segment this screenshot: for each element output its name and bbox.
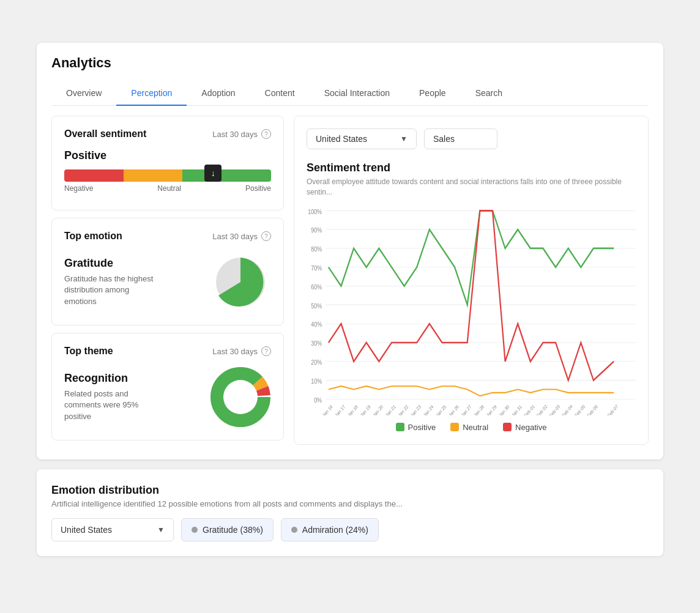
top-theme-info-icon[interactable]: ? — [261, 346, 271, 356]
tab-perception[interactable]: Perception — [116, 81, 187, 105]
bar-indicator: ↓ — [204, 165, 222, 182]
svg-text:Jan 16: Jan 16 — [321, 403, 333, 415]
svg-text:Feb 06: Feb 06 — [586, 403, 599, 415]
sales-filter-value: Sales — [433, 134, 455, 144]
svg-text:Jan 25: Jan 25 — [435, 403, 447, 415]
emotion-country-filter[interactable]: United States ▼ — [51, 518, 174, 541]
top-emotion-panel: Top emotion Last 30 days ? Gratitude Gra… — [51, 218, 284, 325]
top-emotion-period: Last 30 days — [212, 232, 258, 241]
chart-subtitle: Overall employee attitude towards conten… — [307, 177, 636, 198]
svg-text:Jan 29: Jan 29 — [485, 403, 497, 415]
svg-text:Jan 19: Jan 19 — [359, 403, 371, 415]
legend-neutral: Neutral — [450, 423, 488, 432]
tab-overview[interactable]: Overview — [51, 81, 116, 105]
chart-header: Sentiment trend Overall employee attitud… — [307, 162, 636, 198]
svg-text:70%: 70% — [311, 264, 322, 272]
bar-positive — [182, 169, 271, 182]
chevron-down-icon-2: ▼ — [157, 526, 165, 534]
tab-social-interaction[interactable]: Social Interaction — [310, 81, 404, 105]
top-emotion-content: Gratitude Gratitude has the highest dist… — [64, 251, 271, 313]
bar-neutral — [124, 169, 183, 182]
positive-dot — [396, 423, 404, 431]
neutral-dot — [450, 423, 459, 431]
top-theme-chart — [210, 366, 271, 428]
svg-text:60%: 60% — [311, 283, 322, 291]
svg-text:Feb 01: Feb 01 — [523, 403, 536, 415]
svg-text:Jan 27: Jan 27 — [460, 403, 472, 415]
svg-text:80%: 80% — [311, 245, 322, 253]
sales-filter[interactable]: Sales — [424, 128, 497, 149]
chart-area: 100% 90% 80% 70% 60% 50% 40% 30% 20% 10%… — [307, 207, 636, 415]
label-positive: Positive — [245, 184, 271, 193]
svg-text:40%: 40% — [311, 321, 322, 328]
top-emotion-description: Gratitude has the highest distribution a… — [64, 273, 162, 307]
sentiment-bar-container: ↓ Negative Neutral Positive — [64, 169, 271, 193]
svg-text:Jan 20: Jan 20 — [372, 403, 384, 415]
top-emotion-info-icon[interactable]: ? — [261, 231, 271, 241]
top-emotion-chart — [210, 251, 271, 313]
svg-text:Jan 17: Jan 17 — [334, 403, 346, 415]
svg-text:Jan 23: Jan 23 — [410, 403, 422, 415]
page-title: Analytics — [51, 55, 649, 71]
emotion-distribution-subtitle: Artificial intelligence identified 12 po… — [51, 499, 649, 508]
emotion-distribution-content: United States ▼ Gratitude (38%) Admirati… — [51, 518, 649, 541]
chart-legend: Positive Neutral Negative — [307, 423, 636, 432]
legend-negative: Negative — [503, 423, 546, 432]
svg-text:Feb 04: Feb 04 — [561, 403, 574, 415]
legend-negative-label: Negative — [515, 423, 546, 432]
tab-adoption[interactable]: Adoption — [187, 81, 250, 105]
svg-text:0%: 0% — [314, 396, 322, 404]
top-theme-title: Top theme — [64, 346, 113, 357]
filter-row: United States ▼ Sales — [307, 128, 636, 149]
left-panels: Overall sentiment Last 30 days ? Positiv… — [51, 116, 284, 445]
top-emotion-name: Gratitude — [64, 257, 162, 270]
bar-negative — [64, 169, 124, 182]
top-theme-info: Recognition Related posts and comments w… — [64, 372, 162, 422]
label-neutral: Neutral — [157, 184, 181, 193]
legend-positive-label: Positive — [408, 423, 436, 432]
legend-neutral-label: Neutral — [463, 423, 488, 432]
admiration-dot — [291, 527, 297, 533]
overall-sentiment-title: Overall sentiment — [64, 128, 146, 139]
emotion-distribution-header: Emotion distribution Artificial intellig… — [51, 484, 649, 508]
tab-people[interactable]: People — [404, 81, 461, 105]
svg-text:Feb 07: Feb 07 — [606, 403, 619, 415]
gratitude-badge: Gratitude (38%) — [181, 518, 274, 541]
top-theme-panel: Top theme Last 30 days ? Recognition Rel… — [51, 333, 284, 440]
svg-text:Jan 24: Jan 24 — [422, 403, 434, 415]
svg-text:Jan 21: Jan 21 — [384, 403, 397, 415]
overall-sentiment-period: Last 30 days — [212, 130, 258, 139]
chevron-down-icon: ▼ — [400, 135, 408, 143]
top-theme-content: Recognition Related posts and comments w… — [64, 366, 271, 428]
tab-content[interactable]: Content — [250, 81, 310, 105]
svg-text:Feb 02: Feb 02 — [536, 403, 549, 415]
sentiment-value: Positive — [64, 149, 271, 162]
country-filter-value: United States — [316, 134, 367, 144]
svg-text:100%: 100% — [308, 207, 322, 215]
tab-search[interactable]: Search — [461, 81, 517, 105]
label-negative: Negative — [64, 184, 93, 193]
sentiment-bar — [64, 169, 271, 182]
svg-text:30%: 30% — [311, 340, 322, 347]
top-theme-period: Last 30 days — [212, 347, 258, 356]
svg-text:50%: 50% — [311, 302, 322, 310]
svg-text:90%: 90% — [311, 226, 322, 234]
svg-text:Jan 30: Jan 30 — [498, 403, 510, 415]
emotion-distribution-section: Emotion distribution Artificial intellig… — [37, 469, 663, 556]
svg-text:Jan 31: Jan 31 — [511, 403, 523, 415]
svg-text:Feb 05: Feb 05 — [573, 403, 586, 415]
svg-text:Jan 22: Jan 22 — [397, 403, 409, 415]
admiration-label: Admiration (24%) — [302, 525, 368, 535]
svg-text:10%: 10% — [311, 377, 322, 385]
gratitude-label: Gratitude (38%) — [203, 525, 263, 535]
svg-text:Jan 28: Jan 28 — [473, 403, 485, 415]
admiration-badge: Admiration (24%) — [281, 518, 379, 541]
svg-text:Jan 18: Jan 18 — [346, 403, 359, 415]
sentiment-trend-panel: United States ▼ Sales Sentiment trend Ov… — [294, 116, 649, 445]
overall-sentiment-meta: Last 30 days ? — [212, 129, 271, 139]
gratitude-dot — [192, 527, 198, 533]
top-emotion-info: Gratitude Gratitude has the highest dist… — [64, 257, 162, 307]
country-filter[interactable]: United States ▼ — [307, 128, 417, 149]
tab-bar: Overview Perception Adoption Content Soc… — [51, 81, 649, 106]
overall-sentiment-info-icon[interactable]: ? — [261, 129, 271, 139]
